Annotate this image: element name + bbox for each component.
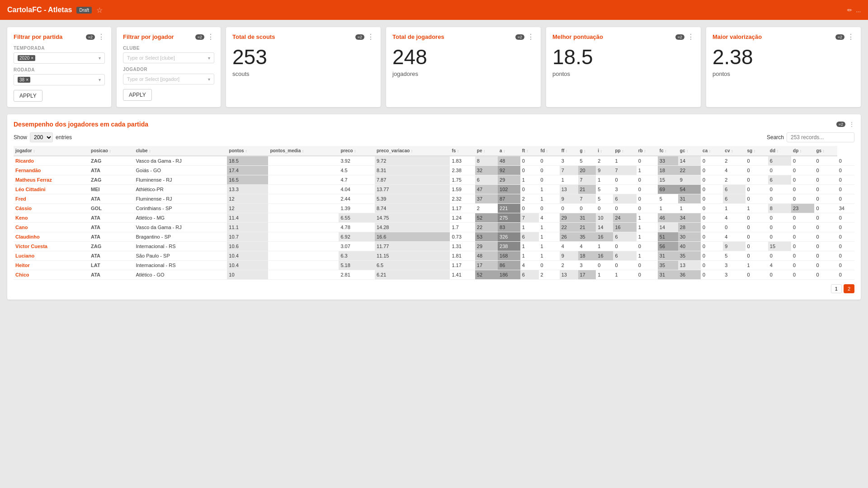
filter-jogador-apply[interactable]: APPLY — [123, 89, 152, 101]
cell-jogador: Claudinho — [14, 232, 89, 242]
col-header-pe[interactable]: pe — [475, 146, 498, 156]
table-section: Desempenho dos jogadores em cada partida… — [7, 114, 861, 300]
col-header-gs[interactable]: gs — [814, 146, 837, 156]
cell-posicao: ATA — [89, 223, 134, 232]
cell-pe: 6 — [475, 175, 498, 185]
col-header-ff[interactable]: ff — [560, 146, 578, 156]
cell-fs: 1.83 — [450, 156, 475, 166]
cell-dp: 0 — [791, 213, 814, 223]
col-header-i[interactable]: i — [596, 146, 613, 156]
col-header-rb[interactable]: rb — [637, 146, 658, 156]
cell-pp: 3 — [613, 185, 636, 194]
col-header-clube[interactable]: clube — [134, 146, 227, 156]
col-header-fs[interactable]: fs — [450, 146, 475, 156]
col-header-a[interactable]: a — [498, 146, 520, 156]
metric-valorizacao-value: 2.38 — [712, 46, 854, 69]
cell-ft: 6 — [520, 270, 539, 280]
col-header-fc[interactable]: fc — [658, 146, 678, 156]
metric-valorizacao-menu[interactable]: ⋮ — [847, 33, 854, 41]
cell-a: 87 — [498, 194, 520, 204]
cell-preco_variacao: 14.28 — [375, 223, 450, 232]
table-section-header: Desempenho dos jogadores em cada partida… — [14, 121, 854, 128]
cell-a: 326 — [498, 232, 520, 242]
metric-pontuacao-menu[interactable]: ⋮ — [687, 33, 694, 41]
cell-ff: 13 — [560, 185, 578, 194]
cell-i: 5 — [596, 194, 613, 204]
cell-clube: Fluminense - RJ — [134, 175, 227, 185]
page-btn-2[interactable]: 2 — [844, 284, 854, 293]
col-header-dp[interactable]: dp — [791, 146, 814, 156]
cell-rb: 0 — [637, 175, 658, 185]
cell-pontos: 10.4 — [227, 261, 268, 270]
cell-fc: 51 — [658, 232, 678, 242]
cell-sg: 0 — [745, 166, 768, 175]
col-header-jogador[interactable]: jogador — [14, 146, 89, 156]
cell-sg: 0 — [745, 175, 768, 185]
col-header-preco_variacao[interactable]: preco_variacao — [375, 146, 450, 156]
table-header-row: jogadorposicaoclubepontospontos_mediapre… — [14, 146, 854, 156]
cell-ff: 26 — [560, 232, 578, 242]
cell-clube: Fluminense - RJ — [134, 194, 227, 204]
cell-ft: 0 — [520, 166, 539, 175]
col-header-cv[interactable]: cv — [723, 146, 745, 156]
temporada-select[interactable]: 2020 × ▾ — [14, 52, 105, 64]
col-header-posicao[interactable]: posicao — [89, 146, 134, 156]
cell-preco_variacao: 14.75 — [375, 213, 450, 223]
star-icon[interactable]: ☆ — [96, 6, 103, 14]
cell-clube: Corinthians - SP — [134, 204, 227, 213]
cell-preco: 3.92 — [339, 156, 375, 166]
cell-fs: 2.38 — [450, 166, 475, 175]
col-header-pontos[interactable]: pontos — [227, 146, 268, 156]
app-header: CartolaFC - Atletas Draft ☆ ✏ ... — [0, 0, 868, 20]
page-btn-1[interactable]: 1 — [831, 284, 842, 293]
cell-preco_variacao: 11.15 — [375, 251, 450, 261]
filter-jogador-menu[interactable]: ⋮ — [207, 33, 214, 41]
temporada-tag-remove[interactable]: × — [31, 56, 33, 61]
cell-gs: 0 — [814, 185, 837, 194]
metric-scouts-menu[interactable]: ⋮ — [367, 33, 374, 41]
cell-fd: 1 — [539, 232, 560, 242]
table-row: CanoATAVasco da Gama - RJ11.14.7814.281.… — [14, 223, 854, 232]
rodada-select[interactable]: 38 × ▾ — [14, 74, 105, 85]
cell-gs: 0 — [814, 242, 837, 251]
cell-dd: 15 — [768, 242, 791, 251]
col-header-ft[interactable]: ft — [520, 146, 539, 156]
cell-fs: 1.81 — [450, 251, 475, 261]
cell-pontos: 11.1 — [227, 223, 268, 232]
metric-jogadores-menu[interactable]: ⋮ — [527, 33, 534, 41]
col-header-g[interactable]: g — [578, 146, 596, 156]
col-header-fd[interactable]: fd — [539, 146, 560, 156]
cell-ca: 0 — [701, 270, 723, 280]
col-header-preco[interactable]: preco — [339, 146, 375, 156]
cell-sg: 0 — [745, 242, 768, 251]
cell-preco_variacao: 8.74 — [375, 204, 450, 213]
cell-pontos_media — [268, 175, 339, 185]
col-header-gc[interactable]: gc — [678, 146, 701, 156]
header-actions: ✏ ... — [847, 7, 861, 14]
col-header-pp[interactable]: pp — [613, 146, 636, 156]
cell-g: 21 — [578, 223, 596, 232]
col-header-dd[interactable]: dd — [768, 146, 791, 156]
cell-dp: 0 — [791, 261, 814, 270]
cell-jogador: Cano — [14, 223, 89, 232]
cell-pontos_media — [268, 242, 339, 251]
cell-undefined: 0 — [837, 223, 854, 232]
cell-a: 221 — [498, 204, 520, 213]
table-section-menu[interactable]: ⋮ — [849, 121, 854, 127]
cell-dd: 8 — [768, 204, 791, 213]
col-header-pontos_media[interactable]: pontos_media — [268, 146, 339, 156]
cell-i: 9 — [596, 166, 613, 175]
jogador-select[interactable]: Type or Select [jogador] ▾ — [123, 74, 214, 84]
filter-partida-menu[interactable]: ⋮ — [98, 33, 105, 41]
col-header-ca[interactable]: ca — [701, 146, 723, 156]
cell-gs: 0 — [814, 261, 837, 270]
more-icon[interactable]: ... — [856, 7, 861, 14]
filter-partida-apply[interactable]: APPLY — [14, 90, 42, 102]
cell-pontos_media — [268, 204, 339, 213]
col-header-sg[interactable]: sg — [745, 146, 768, 156]
rodada-tag-remove[interactable]: × — [26, 77, 28, 82]
search-input[interactable] — [787, 132, 854, 142]
edit-icon[interactable]: ✏ — [847, 7, 852, 14]
clube-select[interactable]: Type or Select [clube] ▾ — [123, 52, 214, 63]
entries-select[interactable]: 200 50 100 — [30, 132, 53, 142]
